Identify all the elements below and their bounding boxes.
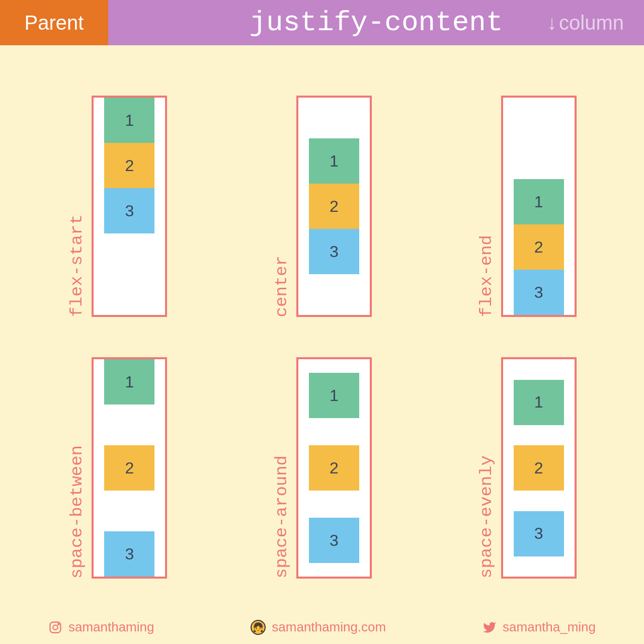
- container-space-around: 1 2 3: [296, 357, 372, 579]
- instagram-handle: samanthaming: [68, 619, 154, 635]
- header-parent-badge: Parent: [0, 0, 108, 45]
- flex-item: 2: [104, 445, 154, 491]
- website-url: samanthaming.com: [272, 619, 386, 635]
- label-space-evenly: space-evenly: [477, 455, 496, 579]
- container-space-evenly: 1 2 3: [501, 357, 577, 579]
- demo-flex-start: flex-start 1 2 3: [20, 70, 215, 317]
- demo-flex-end: flex-end 1 2 3: [429, 70, 624, 317]
- label-flex-start: flex-start: [67, 214, 87, 317]
- container-space-between: 1 2 3: [92, 357, 167, 579]
- flex-item: 2: [514, 445, 564, 491]
- label-center: center: [272, 256, 291, 317]
- container-flex-end: 1 2 3: [501, 96, 577, 317]
- footer-twitter[interactable]: samantha_ming: [482, 619, 596, 635]
- footer: samanthaming 👧 samanthaming.com samantha…: [0, 619, 644, 635]
- svg-point-1: [53, 625, 57, 629]
- label-flex-end: flex-end: [477, 235, 496, 317]
- flex-item: 1: [309, 373, 359, 418]
- container-center: 1 2 3: [296, 96, 372, 317]
- demo-space-evenly: space-evenly 1 2 3: [429, 332, 624, 579]
- direction-text: column: [559, 12, 624, 34]
- twitter-handle: samantha_ming: [503, 619, 596, 635]
- instagram-icon: [48, 620, 62, 634]
- demo-grid: flex-start 1 2 3 center 1 2 3 flex-end 1…: [0, 45, 644, 594]
- parent-label: Parent: [25, 12, 84, 34]
- title-label: justify-content: [249, 7, 503, 39]
- down-arrow-icon: ↓: [547, 12, 557, 34]
- flex-item: 3: [104, 531, 154, 577]
- header: Parent justify-content ↓column: [0, 0, 644, 45]
- label-space-around: space-around: [272, 455, 291, 579]
- flex-item: 3: [104, 188, 154, 233]
- demo-space-between: space-between 1 2 3: [20, 332, 215, 579]
- demo-center: center 1 2 3: [225, 70, 420, 317]
- flex-item: 2: [514, 224, 564, 270]
- flex-item: 1: [309, 138, 359, 184]
- flex-item: 3: [514, 270, 564, 315]
- flex-item: 3: [514, 511, 564, 556]
- flex-item: 3: [309, 518, 359, 563]
- label-space-between: space-between: [67, 445, 87, 579]
- flex-item: 1: [104, 359, 154, 405]
- container-flex-start: 1 2 3: [92, 96, 167, 317]
- avatar-icon: 👧: [251, 620, 266, 635]
- demo-space-around: space-around 1 2 3: [225, 332, 420, 579]
- direction-label: ↓column: [547, 12, 624, 34]
- flex-item: 2: [309, 184, 359, 229]
- svg-point-2: [58, 623, 59, 624]
- flex-item: 2: [104, 143, 154, 188]
- header-title-bar: justify-content ↓column: [108, 0, 644, 45]
- flex-item: 1: [104, 98, 154, 143]
- flex-item: 1: [514, 179, 564, 224]
- footer-website[interactable]: 👧 samanthaming.com: [251, 619, 386, 635]
- footer-instagram[interactable]: samanthaming: [48, 619, 154, 635]
- flex-item: 2: [309, 445, 359, 491]
- flex-item: 3: [309, 229, 359, 274]
- flex-item: 1: [514, 380, 564, 425]
- twitter-icon: [482, 620, 497, 634]
